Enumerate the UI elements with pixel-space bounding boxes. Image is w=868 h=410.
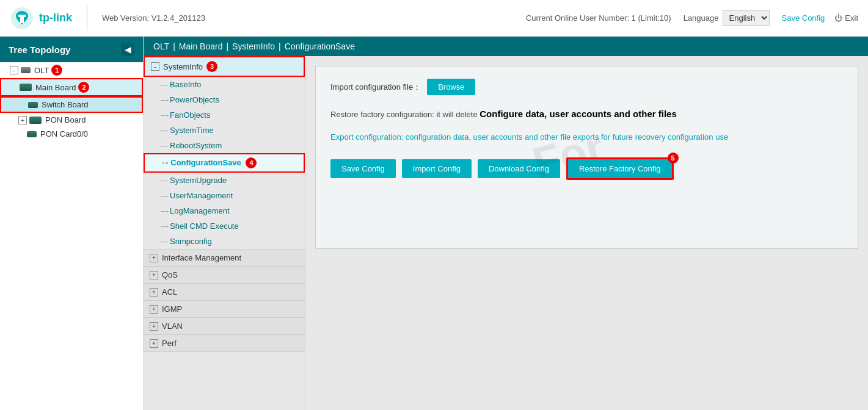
nav-section-qos: + QoS xyxy=(144,267,305,284)
perf-label: Perf xyxy=(162,339,177,348)
content-area: OLT | Main Board | SystemInfo | Configur… xyxy=(144,37,868,410)
nav-vlan-header[interactable]: + VLAN xyxy=(144,318,305,334)
nav-igmp-header[interactable]: + IGMP xyxy=(144,301,305,317)
olt-badge: 1 xyxy=(51,65,62,76)
nav-qos-header[interactable]: + QoS xyxy=(144,267,305,283)
logo-area: tp-link xyxy=(10,6,87,31)
pon-board-label: PON Board xyxy=(45,115,86,124)
main-content: For Import configuration file： Browse Re… xyxy=(305,56,868,410)
nav-section-vlan: + VLAN xyxy=(144,318,305,335)
interface-label: Interface Management xyxy=(162,253,241,262)
nav-interface-header[interactable]: + Interface Management xyxy=(144,250,305,266)
sysinfo-checkbox[interactable]: - xyxy=(151,62,159,71)
vlan-label: VLAN xyxy=(162,322,183,331)
restore-factory-config-button[interactable]: Restore Factory Config xyxy=(566,157,674,180)
breadcrumb: OLT | Main Board | SystemInfo | Configur… xyxy=(144,37,868,56)
sidebar-collapse-button[interactable]: ◀ xyxy=(121,43,134,56)
restore-prefix: Restore factory configuration: it will d… xyxy=(330,110,480,119)
nav-item-systemupgrade[interactable]: ---SystemUpgrade xyxy=(144,173,305,188)
breadcrumb-main-board: Main Board xyxy=(179,41,223,51)
nav-section-interface: + Interface Management xyxy=(144,250,305,267)
interface-checkbox[interactable]: + xyxy=(150,254,158,262)
sidebar: Tree Topology ◀ - OLT 1 Main Board 2 Swi… xyxy=(0,37,144,410)
pon-card-device-icon xyxy=(27,131,37,137)
olt-device-icon xyxy=(21,67,31,73)
nav-item-configurationsave[interactable]: -- ConfigurationSave 4 xyxy=(144,153,305,173)
breadcrumb-olt: OLT xyxy=(153,41,169,51)
nav-item-usermanagement[interactable]: ---UserManagement xyxy=(144,188,305,203)
header: tp-link Web Version: V1.2.4_201123 Curre… xyxy=(0,0,868,37)
user-count-label: Current Online User Number: 1 (Limit:10) xyxy=(526,13,671,23)
main-board-device-icon xyxy=(20,84,32,91)
sidebar-header: Tree Topology ◀ xyxy=(0,37,143,62)
tree-item-main-board[interactable]: Main Board 2 xyxy=(0,78,143,96)
language-select[interactable]: English 中文 xyxy=(723,10,770,26)
pon-card-label: PON Card0/0 xyxy=(40,129,88,138)
breadcrumb-sep-3: | xyxy=(279,41,281,51)
nav-item-baseinfo[interactable]: ---BaseInfo xyxy=(144,77,305,92)
sysinfo-badge: 3 xyxy=(206,61,217,72)
content-panels: - SystemInfo 3 ---BaseInfo ---PowerObjec… xyxy=(144,56,868,410)
nav-perf-header[interactable]: + Perf xyxy=(144,335,305,351)
vlan-checkbox[interactable]: + xyxy=(150,322,158,331)
tree-item-olt[interactable]: - OLT 1 xyxy=(0,62,143,78)
export-detail: configuration data, user accounts and ot… xyxy=(406,132,728,142)
export-label: Export configuration: xyxy=(330,132,406,142)
nav-item-snmpconfig[interactable]: ---Snmpconfig xyxy=(144,234,305,249)
svg-rect-2 xyxy=(18,15,26,17)
nav-item-rebootsystem[interactable]: ---RebootSystem xyxy=(144,138,305,153)
restore-bold: Configure data, user accounts and other … xyxy=(480,109,677,119)
nav-item-systemtime[interactable]: ---SystemTime xyxy=(144,123,305,138)
nav-item-powerobjects[interactable]: ---PowerObjects xyxy=(144,92,305,107)
breadcrumb-sep-2: | xyxy=(226,41,228,51)
import-config-button[interactable]: Import Config xyxy=(402,159,472,178)
import-row: Import configuration file： Browse xyxy=(330,79,843,95)
igmp-checkbox[interactable]: + xyxy=(150,305,158,314)
language-label: Language xyxy=(684,13,719,23)
tp-link-logo-icon xyxy=(10,6,34,31)
qos-checkbox[interactable]: + xyxy=(150,271,158,279)
download-config-button[interactable]: Download Config xyxy=(478,159,560,178)
brand-name: tp-link xyxy=(39,12,72,24)
acl-checkbox[interactable]: + xyxy=(150,288,158,297)
igmp-label: IGMP xyxy=(162,304,182,314)
save-config-link[interactable]: Save Config xyxy=(782,13,825,23)
export-config-text: Export configuration: configuration data… xyxy=(330,131,843,143)
sysinfo-label: SystemInfo xyxy=(163,62,203,71)
olt-label: OLT xyxy=(34,66,49,75)
action-buttons: Save Config Import Config Download Confi… xyxy=(330,157,843,180)
import-config-label: Import configuration file： xyxy=(330,82,421,93)
nav-section-acl: + ACL xyxy=(144,284,305,301)
tree-item-pon-card[interactable]: PON Card0/0 xyxy=(0,127,143,141)
breadcrumb-sysinfo: SystemInfo xyxy=(232,41,275,51)
exit-label: Exit xyxy=(845,13,858,23)
olt-expander[interactable]: - xyxy=(10,66,18,74)
restore-factory-badge: 5 xyxy=(668,153,679,164)
nav-sysinfo-header[interactable]: - SystemInfo 3 xyxy=(144,56,305,77)
exit-button[interactable]: ⏻ Exit xyxy=(834,13,858,23)
power-icon: ⏻ xyxy=(834,13,842,23)
breadcrumb-config-save: ConfigurationSave xyxy=(285,41,355,51)
nav-section-sysinfo: - SystemInfo 3 ---BaseInfo ---PowerObjec… xyxy=(144,56,305,250)
restore-factory-text: Restore factory configuration: it will d… xyxy=(330,107,843,121)
tree-item-switch-board[interactable]: Switch Board xyxy=(0,96,143,113)
main-board-label: Main Board xyxy=(35,83,76,92)
switch-board-label: Switch Board xyxy=(42,100,89,109)
save-config-button[interactable]: Save Config xyxy=(330,159,396,178)
browse-button[interactable]: Browse xyxy=(427,79,475,95)
tree-item-pon-board[interactable]: + PON Board xyxy=(0,113,143,127)
nav-item-shellcmd[interactable]: ---Shell CMD Execute xyxy=(144,218,305,234)
nav-acl-header[interactable]: + ACL xyxy=(144,284,305,300)
configurationsave-badge: 4 xyxy=(246,157,257,168)
nav-panel: - SystemInfo 3 ---BaseInfo ---PowerObjec… xyxy=(144,56,305,410)
nav-item-logmanagement[interactable]: ---LogManagement xyxy=(144,203,305,218)
qos-label: QoS xyxy=(162,270,178,279)
content-box: For Import configuration file： Browse Re… xyxy=(315,66,858,249)
nav-item-fanobjects[interactable]: ---FanObjects xyxy=(144,107,305,123)
main-board-badge: 2 xyxy=(78,82,89,93)
pon-board-expander[interactable]: + xyxy=(18,116,27,124)
breadcrumb-sep-1: | xyxy=(173,41,175,51)
switch-board-device-icon xyxy=(28,102,38,108)
perf-checkbox[interactable]: + xyxy=(150,339,158,348)
acl-label: ACL xyxy=(162,287,177,297)
